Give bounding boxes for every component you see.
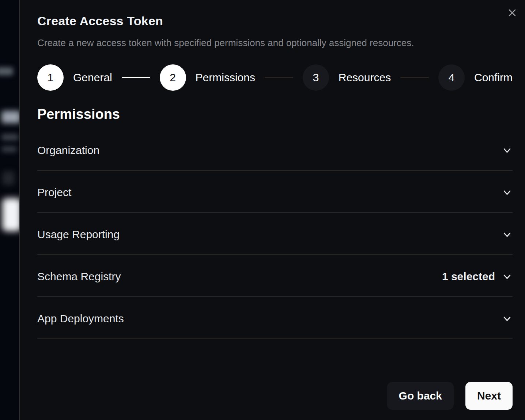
step-resources[interactable]: 3 Resources xyxy=(303,64,391,91)
step-label: Confirm xyxy=(474,71,513,84)
step-confirm[interactable]: 4 Confirm xyxy=(438,64,513,91)
accordion-schema-registry[interactable]: Schema Registry 1 selected xyxy=(37,255,513,297)
accordion-label: Usage Reporting xyxy=(37,226,120,243)
permissions-heading: Permissions xyxy=(37,107,513,121)
background-page-overlay xyxy=(0,0,20,420)
accordion-project[interactable]: Project xyxy=(37,171,513,213)
next-button[interactable]: Next xyxy=(465,382,513,410)
accordion-label: Project xyxy=(37,184,71,201)
accordion-usage-reporting[interactable]: Usage Reporting xyxy=(37,213,513,255)
step-label: Resources xyxy=(339,71,391,84)
step-permissions[interactable]: 2 Permissions xyxy=(160,64,255,91)
step-number-circle: 4 xyxy=(438,64,465,91)
selected-count-badge: 1 selected xyxy=(442,270,495,283)
step-number-circle: 1 xyxy=(37,64,64,91)
chevron-down-icon xyxy=(502,229,513,240)
step-number-circle: 3 xyxy=(303,64,329,91)
modal-subtitle: Create a new access token with specified… xyxy=(37,37,513,48)
step-connector xyxy=(400,77,429,78)
close-button[interactable] xyxy=(507,7,518,18)
step-connector xyxy=(265,77,293,78)
chevron-down-icon xyxy=(502,187,513,198)
accordion-label: App Deployments xyxy=(37,310,124,327)
accordion-label: Organization xyxy=(37,142,99,159)
step-number-circle: 2 xyxy=(160,64,186,91)
blurred-text-line xyxy=(1,146,17,152)
accordion-app-deployments[interactable]: App Deployments xyxy=(37,297,513,339)
modal-footer: Go back Next xyxy=(37,382,513,410)
close-icon xyxy=(507,8,517,18)
create-access-token-modal: Create Access Token Create a new access … xyxy=(20,0,525,420)
blurred-icon xyxy=(2,171,15,185)
blurred-card xyxy=(2,198,21,231)
wizard-stepper: 1 General 2 Permissions 3 Resources 4 Co… xyxy=(37,64,513,91)
step-label: General xyxy=(73,71,112,84)
go-back-button[interactable]: Go back xyxy=(387,382,454,410)
step-connector xyxy=(122,77,150,78)
modal-title: Create Access Token xyxy=(37,14,513,28)
chevron-down-icon xyxy=(502,313,513,324)
accordion-label: Schema Registry xyxy=(37,268,121,285)
chevron-down-icon xyxy=(502,271,513,282)
step-label: Permissions xyxy=(196,71,255,84)
blurred-nav-text xyxy=(0,67,13,75)
accordion-organization[interactable]: Organization xyxy=(37,129,513,171)
permissions-accordion-list: Organization Project Usage Reporting xyxy=(37,129,513,339)
blurred-page-heading xyxy=(1,111,20,123)
chevron-down-icon xyxy=(502,145,513,156)
blurred-text-line xyxy=(1,134,18,140)
step-general[interactable]: 1 General xyxy=(37,64,112,91)
